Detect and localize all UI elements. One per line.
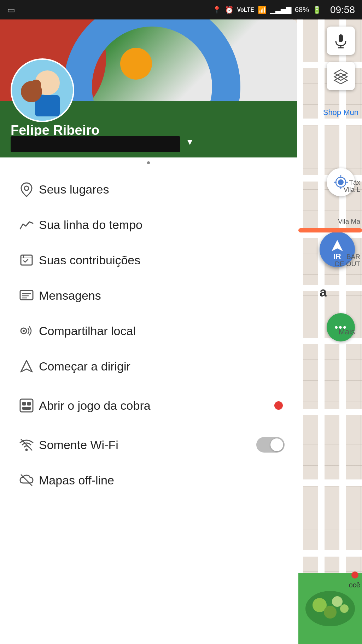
red-dot-map	[351, 571, 358, 579]
svg-rect-26	[21, 255, 32, 265]
alarm-icon: ⏰	[225, 6, 234, 14]
timeline-icon	[14, 217, 39, 232]
status-bar-left: ▭	[7, 5, 15, 15]
profile-header[interactable]: Felipe Ribeiro ▾	[0, 19, 297, 157]
svg-rect-37	[22, 402, 26, 406]
drawer-handle	[0, 157, 297, 168]
menu-item-mapas-offline[interactable]: Mapas off-line	[0, 462, 297, 498]
mensagens-label: Mensagens	[39, 289, 101, 303]
messages-icon	[14, 288, 39, 303]
menu-item-seus-lugares[interactable]: Seus lugares	[0, 172, 297, 207]
jogo-cobra-label: Abrir o jogo da cobra	[39, 399, 151, 413]
map-label-vilamat: Vila Ma	[338, 218, 360, 225]
menu-item-mensagens[interactable]: Mensagens	[0, 278, 297, 313]
screen-icon: ▭	[7, 5, 15, 15]
svg-marker-12	[332, 240, 343, 251]
somente-wifi-label: Somente Wi-Fi	[39, 438, 118, 452]
battery-icon: 🔋	[313, 6, 321, 14]
dirigir-label: Começar a dirigir	[39, 360, 130, 373]
navigate-icon	[329, 238, 345, 253]
drive-icon	[14, 358, 39, 374]
share-location-icon	[14, 323, 39, 339]
new-badge-dot	[274, 401, 283, 410]
map-label-taxi: Táx	[349, 179, 360, 186]
voce-label: ocê	[349, 581, 360, 589]
map-label-vila: Vila L	[344, 186, 360, 194]
svg-point-16	[332, 596, 343, 607]
map-label-deout: DE OUT	[335, 260, 360, 268]
profile-email-bar	[11, 136, 180, 152]
compartilhar-label: Compartilhar local	[39, 324, 136, 338]
svg-rect-0	[339, 34, 343, 42]
location-pin-icon	[14, 182, 39, 197]
menu-divider-1	[0, 386, 297, 386]
menu-divider-2	[0, 425, 297, 425]
wifi-status-icon: 📶	[258, 6, 267, 14]
svg-rect-36	[20, 399, 33, 412]
mic-icon	[333, 33, 349, 48]
handle-dot	[147, 161, 150, 164]
map-label-mais: Mais	[339, 327, 355, 337]
svg-point-24	[31, 80, 41, 90]
svg-point-18	[340, 604, 349, 613]
map-label-shop: Shop Mun	[323, 108, 358, 117]
lte-icon: VoLTE	[237, 7, 254, 13]
bg-shape-yellow	[120, 48, 152, 80]
avatar	[11, 58, 74, 122]
svg-point-23	[24, 83, 32, 92]
menu-item-compartilhar[interactable]: Compartilhar local	[0, 313, 297, 349]
map-label-bar: BAR	[346, 253, 360, 261]
snake-game-icon	[14, 398, 39, 413]
dropdown-arrow-icon[interactable]: ▾	[187, 136, 192, 148]
svg-point-40	[25, 449, 28, 451]
status-icons: 📍 ⏰ VoLTE 📶 ▁▃▅▇ 68% 🔋 09:58	[212, 4, 355, 16]
wifi-toggle[interactable]	[256, 437, 285, 453]
svg-marker-35	[21, 361, 32, 372]
location-status-icon: 📍	[212, 6, 221, 14]
clock: 09:58	[330, 4, 355, 16]
map-route	[298, 228, 362, 232]
menu-item-jogo-cobra[interactable]: Abrir o jogo da cobra	[0, 388, 297, 423]
svg-point-17	[324, 606, 337, 619]
map-ui-right: Shop Mun Táx Vila L Vila Ma IR BAR DE OU…	[298, 19, 362, 644]
menu-list: Seus lugares Sua linha do tempo Suas	[0, 168, 297, 501]
contributions-icon	[14, 252, 39, 268]
map-label-a: a	[320, 285, 327, 300]
svg-point-34	[23, 330, 25, 332]
mic-button[interactable]	[327, 27, 355, 55]
mapas-offline-label: Mapas off-line	[39, 473, 114, 487]
menu-item-contribuicoes[interactable]: Suas contribuições	[0, 242, 297, 278]
contribuicoes-label: Suas contribuições	[39, 253, 140, 267]
menu-item-somente-wifi[interactable]: Somente Wi-Fi	[0, 427, 297, 462]
menu-item-dirigir[interactable]: Começar a dirigir	[0, 349, 297, 384]
avatar-image	[12, 60, 74, 122]
seus-lugares-label: Seus lugares	[39, 183, 109, 196]
svg-rect-38	[27, 402, 31, 406]
toggle-knob	[270, 438, 283, 451]
signal-icon: ▁▃▅▇	[270, 6, 291, 14]
status-bar: ▭ 📍 ⏰ VoLTE 📶 ▁▃▅▇ 68% 🔋 09:58	[0, 0, 362, 19]
svg-line-42	[21, 475, 32, 486]
menu-item-linha-tempo[interactable]: Sua linha do tempo	[0, 207, 297, 242]
layers-button[interactable]	[327, 62, 355, 90]
drawer: Felipe Ribeiro ▾ Seus lugares	[0, 19, 297, 644]
wifi-icon	[14, 437, 39, 453]
svg-rect-39	[22, 407, 31, 410]
layers-icon	[333, 68, 349, 84]
svg-point-6	[338, 179, 344, 185]
offline-maps-icon	[14, 472, 39, 488]
profile-name: Felipe Ribeiro	[11, 123, 99, 138]
svg-point-25	[24, 186, 29, 190]
linha-tempo-label: Sua linha do tempo	[39, 218, 142, 232]
battery-percent: 68%	[295, 6, 309, 14]
